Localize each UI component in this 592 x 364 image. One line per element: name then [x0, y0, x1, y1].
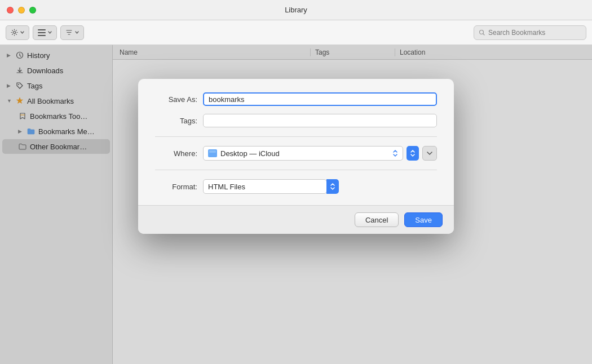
save-as-row: Save As: [155, 92, 437, 106]
format-spinner-icon [330, 183, 335, 190]
format-label: Format: [155, 183, 197, 191]
search-icon [479, 29, 485, 36]
format-value: HTML Files [208, 183, 245, 191]
sort-button[interactable] [60, 25, 84, 40]
list-view-button[interactable] [33, 25, 57, 40]
search-box [474, 25, 586, 40]
where-select-inner: Desktop — iCloud [208, 149, 280, 158]
window-title: Library [285, 6, 307, 14]
where-container: Desktop — iCloud [203, 146, 437, 161]
where-chevrons-icon [392, 149, 398, 157]
save-button[interactable]: Save [404, 212, 443, 227]
svg-rect-1 [38, 29, 46, 30]
desktop-icon [208, 149, 217, 157]
expand-where-button[interactable] [422, 146, 437, 161]
gear-button[interactable] [6, 25, 29, 40]
save-dialog: Save As: Tags: Where: [138, 79, 454, 234]
dialog-separator-2 [155, 170, 437, 170]
tags-input[interactable] [203, 114, 437, 127]
main-area: ▶ History ▶ Downloads ▶ [0, 45, 592, 364]
dialog-separator-1 [155, 136, 437, 137]
save-as-label: Save As: [155, 95, 197, 104]
cancel-button[interactable]: Cancel [355, 212, 399, 227]
svg-rect-3 [38, 35, 46, 36]
format-spinner-button[interactable] [326, 179, 339, 194]
where-label: Where: [155, 149, 197, 158]
sort-icon [65, 29, 73, 36]
where-value: Desktop — iCloud [220, 149, 280, 158]
close-button[interactable] [7, 7, 14, 14]
list-icon [38, 29, 46, 36]
toolbar [0, 20, 592, 45]
format-row: Format: HTML Files [155, 179, 437, 194]
titlebar: Library [0, 0, 592, 20]
dialog-overlay: Save As: Tags: Where: [0, 45, 592, 364]
window-controls [7, 7, 36, 14]
svg-point-0 [14, 32, 16, 34]
format-select[interactable]: HTML Files [203, 179, 327, 194]
gear-chevron-icon [20, 31, 24, 34]
maximize-button[interactable] [29, 7, 36, 14]
dialog-footer: Cancel Save [138, 205, 454, 234]
tags-label: Tags: [155, 117, 197, 125]
minimize-button[interactable] [18, 7, 25, 14]
spinner-icon [410, 149, 416, 157]
expand-chevron-icon [427, 152, 432, 155]
search-input[interactable] [488, 29, 578, 37]
svg-rect-2 [38, 32, 46, 33]
list-chevron-icon [48, 31, 52, 34]
save-as-input[interactable] [203, 92, 437, 106]
where-row: Where: Desktop — iCloud [155, 146, 437, 161]
where-select[interactable]: Desktop — iCloud [203, 146, 403, 161]
gear-icon [11, 29, 18, 36]
tags-row: Tags: [155, 114, 437, 127]
dialog-body: Save As: Tags: Where: [138, 79, 454, 205]
sort-chevron-icon [75, 31, 79, 34]
where-spinner-button[interactable] [407, 146, 419, 161]
